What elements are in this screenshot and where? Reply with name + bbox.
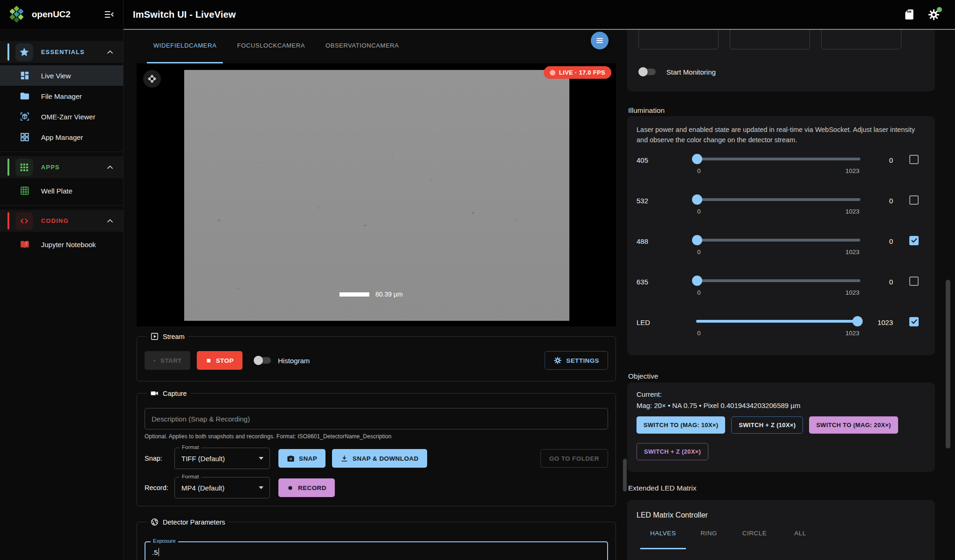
openuc2-logo-icon (7, 5, 26, 24)
topbar-icons (903, 8, 940, 21)
stream-legend-label: Stream (163, 333, 185, 340)
sidebar-item-file-manager[interactable]: File Manager (0, 86, 123, 106)
stream-settings-button[interactable]: SETTINGS (545, 351, 608, 370)
brand-name: openUC2 (32, 9, 98, 20)
exposure-value: .5 (152, 548, 158, 556)
snap-label: SNAP (299, 455, 317, 462)
slider-thumb[interactable] (692, 235, 702, 245)
laser-488-enable-checkbox[interactable] (909, 236, 919, 245)
tab-observationcamera[interactable]: OBSERVATIONCAMERA (319, 29, 406, 63)
description-input[interactable] (145, 408, 608, 429)
scale-bar: 80.39 µm (339, 290, 403, 298)
tab-widefieldcamera[interactable]: WIDEFIELDCAMERA (147, 29, 223, 63)
snap-download-button[interactable]: SNAP & DOWNLOAD (332, 449, 427, 468)
led-slider[interactable] (696, 320, 860, 323)
exposure-field-label: Exposure (151, 538, 178, 544)
start-button[interactable]: START (145, 351, 190, 370)
objective-card: Current: Mag: 20× • NA 0.75 • Pixel 0.40… (627, 382, 935, 472)
sidebar-item-live-view[interactable]: Live View (0, 65, 123, 86)
laser-488-slider[interactable] (696, 239, 860, 242)
snap-button[interactable]: SNAP (278, 449, 325, 468)
live-view-canvas[interactable]: LIVE · 17.0 FPS 80.39 µm (137, 63, 616, 326)
laser-635-slider[interactable] (696, 279, 860, 282)
chevron-up-icon (105, 216, 115, 226)
go-to-folder-button[interactable]: GO TO FOLDER (540, 449, 608, 468)
panel-scrollbar-thumb[interactable] (946, 280, 950, 449)
tab-ring[interactable]: RING (686, 527, 732, 549)
sidebar-divider (0, 205, 123, 206)
sidebar-item-well-plate[interactable]: Well Plate (0, 180, 123, 201)
stop-button[interactable]: STOP (197, 351, 242, 370)
switch-z-20x-button[interactable]: SWITCH + Z (20X×) (637, 443, 708, 460)
dashboard-icon (20, 70, 30, 81)
sidebar-section-coding[interactable]: CODING (0, 210, 123, 232)
laser-532-slider[interactable] (696, 198, 860, 201)
sidebar-section-apps[interactable]: APPS (0, 156, 123, 178)
snap-format-value: TIFF (Default) (181, 455, 225, 463)
tab-halves[interactable]: HALVES (640, 527, 686, 549)
switch-mag-10x-button[interactable]: SWITCH TO (MAG: 10X×) (637, 416, 725, 434)
view-menu-fab[interactable] (591, 32, 609, 49)
settings-label: SETTINGS (566, 357, 599, 364)
laser-405-slider[interactable] (696, 158, 860, 160)
apps-grid-icon (15, 159, 33, 176)
book-icon (20, 239, 30, 249)
slider-thumb[interactable] (692, 276, 702, 286)
monitoring-card: Start Monitoring (627, 29, 935, 91)
sidebar-section-essentials[interactable]: ESSENTIALS (0, 41, 123, 63)
sidebar-collapse-button[interactable] (104, 9, 115, 20)
snap-format-select[interactable]: Format TIFF (Default) (174, 448, 270, 469)
record-format-select[interactable]: Format MP4 (Default) (174, 477, 270, 498)
clipped-field[interactable] (821, 29, 901, 49)
switch-z-10x-button[interactable]: SWITCH + Z (10X×) (731, 416, 803, 434)
clipped-field[interactable] (730, 29, 810, 49)
detector-parameters-panel: Detector Parameters Exposure .5 (137, 518, 616, 560)
dpad-move-button[interactable] (143, 70, 161, 88)
star-icon (15, 43, 33, 61)
laser-row-488: 488 0 1023 0 (627, 233, 935, 274)
laser-value: 0 (860, 274, 893, 286)
sd-card-icon[interactable] (903, 8, 915, 21)
laser-row-405: 405 0 1023 0 (627, 152, 935, 193)
laser-532-enable-checkbox[interactable] (909, 195, 919, 205)
start-monitoring-toggle[interactable] (638, 66, 657, 77)
tab-focuslockcamera[interactable]: FOCUSLOCKCAMERA (230, 29, 311, 63)
slider-thumb[interactable] (852, 316, 863, 326)
snap-download-label: SNAP & DOWNLOAD (353, 455, 419, 462)
settings-gear-icon[interactable] (927, 8, 940, 21)
page-title: ImSwitch UI - LiveView (133, 9, 236, 20)
slider-min: 0 (697, 249, 701, 256)
folder-icon (20, 91, 30, 101)
camera-stream-image[interactable] (184, 70, 569, 321)
sidebar-item-jupyter-notebook[interactable]: Jupyter Notebook (0, 234, 123, 255)
laser-value: 1023 (860, 314, 893, 326)
record-button[interactable]: RECORD (278, 478, 335, 497)
well-plate-icon (20, 186, 30, 196)
laser-635-enable-checkbox[interactable] (909, 277, 919, 286)
exposure-input[interactable]: Exposure .5 (145, 541, 608, 560)
laser-405-enable-checkbox[interactable] (909, 155, 919, 164)
slider-min: 0 (697, 167, 701, 174)
detector-legend: Detector Parameters (147, 518, 228, 526)
slider-thumb[interactable] (692, 154, 702, 164)
illumination-card: Laser power and enabled state are update… (627, 116, 935, 355)
histogram-label: Histogram (278, 357, 310, 365)
live-fps-badge: LIVE · 17.0 FPS (544, 66, 611, 79)
clipped-field[interactable] (638, 29, 719, 49)
slider-max: 1023 (845, 167, 859, 174)
snap-row-label: Snap: (145, 455, 174, 462)
main-content: WIDEFIELDCAMERA FOCUSLOCKCAMERA OBSERVAT… (124, 29, 627, 560)
switch-mag-20x-button[interactable]: SWITCH TO (MAG: 20X×) (809, 416, 898, 434)
laser-name: 635 (637, 274, 696, 286)
main-scrollbar-thumb[interactable] (623, 459, 627, 491)
tab-all[interactable]: ALL (777, 527, 823, 549)
histogram-toggle[interactable] (254, 355, 272, 366)
slider-thumb[interactable] (692, 194, 702, 205)
led-enable-checkbox[interactable] (909, 317, 919, 326)
topbar-main: ImSwitch UI - LiveView (124, 0, 955, 29)
illumination-header: Illumination (628, 106, 664, 115)
sidebar-item-ome-zarr-viewer[interactable]: OME-Zarr Viewer (0, 106, 123, 127)
sidebar-item-app-manager[interactable]: App Manager (0, 127, 123, 147)
tab-circle[interactable]: CIRCLE (732, 527, 777, 549)
slider-max: 1023 (845, 208, 859, 215)
